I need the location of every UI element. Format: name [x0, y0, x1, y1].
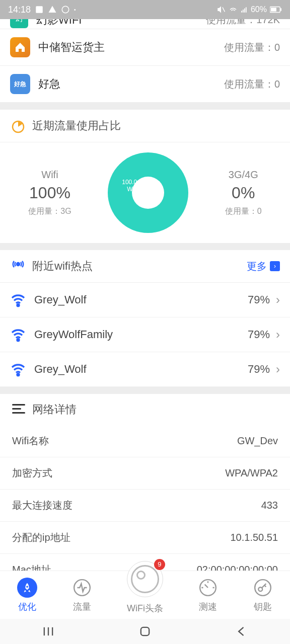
- home-button[interactable]: [138, 624, 152, 638]
- traffic-chart: Wifi 100% 使用量：3G 100.0 % WiFi 3G/4G 0% 使…: [0, 142, 290, 243]
- more-dot: •: [74, 7, 76, 13]
- svg-point-1: [62, 6, 69, 13]
- wifi-name: Grey_Wolf: [34, 363, 87, 376]
- app-name: 中储智运货主: [38, 40, 105, 55]
- sync-icon: [61, 5, 70, 14]
- status-time: 14:18: [8, 5, 31, 15]
- battery-pct: 60%: [251, 5, 267, 14]
- gauge-icon: [198, 578, 218, 598]
- wifi-stat: Wifi 100% 使用量：3G: [28, 169, 71, 217]
- svg-rect-3: [241, 11, 242, 13]
- chevron-right-icon: ›: [270, 261, 280, 271]
- system-nav: [0, 619, 290, 644]
- rocket-icon: [17, 578, 37, 598]
- svg-point-13: [17, 339, 19, 341]
- svg-line-2: [223, 8, 225, 12]
- svg-rect-8: [271, 8, 276, 11]
- wifi-icon: [10, 327, 26, 343]
- svg-rect-6: [246, 7, 247, 12]
- more-button[interactable]: 更多 ›: [247, 260, 280, 273]
- app-row-partial[interactable]: 幻 幻影WIFI 使用流量：172K: [0, 19, 290, 29]
- gallery-icon: [35, 5, 44, 14]
- svg-point-12: [17, 304, 19, 306]
- wifi-hotspot-row[interactable]: Grey_Wolf 79% ›: [0, 283, 290, 317]
- recent-apps-button[interactable]: [41, 624, 55, 638]
- svg-point-11: [17, 263, 20, 266]
- app-row[interactable]: 中储智运货主 使用流量：0: [0, 29, 290, 66]
- detail-row: 最大连接速度 433: [0, 490, 290, 522]
- svg-rect-4: [243, 10, 244, 13]
- nav-traffic[interactable]: 流量: [72, 578, 92, 613]
- chevron-right-icon: ›: [276, 328, 280, 342]
- wifi-hotspot-row[interactable]: Grey_Wolf 79% ›: [0, 352, 290, 387]
- detail-row: 加密方式 WPA/WPA2: [0, 457, 290, 490]
- svg-point-18: [258, 587, 262, 591]
- wifi-name: GreyWolfFamily: [34, 328, 113, 341]
- wifi-icon: [10, 292, 26, 308]
- app-icon: 幻: [10, 19, 28, 28]
- nav-wifi-news[interactable]: 9 WiFi头条: [127, 561, 163, 614]
- cell-stat: 3G/4G 0% 使用量：0: [225, 169, 262, 217]
- traffic-header: 近期流量使用占比: [0, 110, 290, 142]
- pie-icon: [10, 118, 26, 134]
- wifi-strength: 79%: [248, 293, 270, 306]
- mute-icon: [216, 5, 226, 14]
- section-title: 附近wifi热点: [32, 259, 93, 274]
- bottom-nav: 优化 流量 9 WiFi头条 测速 钥匙: [0, 571, 290, 619]
- antenna-icon: [10, 258, 26, 274]
- app-icon: [10, 37, 30, 57]
- badge: 9: [154, 559, 165, 570]
- nav-optimize[interactable]: 优化: [17, 578, 37, 613]
- svg-rect-0: [36, 6, 43, 13]
- app-usage: 使用流量：0: [224, 77, 280, 91]
- hotspots-header: 附近wifi热点 更多 ›: [0, 250, 290, 283]
- app-usage: 使用流量：0: [224, 41, 280, 54]
- key-icon: [253, 578, 273, 598]
- app-icon: 好急: [10, 74, 30, 94]
- svg-rect-5: [244, 9, 245, 13]
- app-usage: 使用流量：172K: [206, 19, 280, 27]
- status-bar: 14:18 • 60%: [0, 0, 290, 19]
- list-icon: [12, 404, 25, 415]
- chevron-right-icon: ›: [276, 293, 280, 307]
- svg-point-14: [17, 374, 19, 376]
- warning-icon: [48, 5, 57, 14]
- svg-rect-9: [280, 8, 281, 11]
- nav-speedtest[interactable]: 测速: [198, 578, 218, 613]
- network-details-header: 网络详情: [0, 394, 290, 425]
- back-button[interactable]: [235, 624, 249, 638]
- wifi-hotspot-row[interactable]: GreyWolfFamily 79% ›: [0, 317, 290, 352]
- app-name: 幻影WIFI: [36, 19, 82, 28]
- battery-icon: [270, 6, 282, 13]
- wifi-strength: 79%: [248, 363, 270, 376]
- wifi-icon: [10, 361, 26, 377]
- svg-rect-22: [141, 627, 149, 635]
- app-row[interactable]: 好急 好急 使用流量：0: [0, 66, 290, 103]
- section-title: 近期流量使用占比: [32, 118, 121, 133]
- chevron-right-icon: ›: [276, 362, 280, 376]
- donut-chart: 100.0 % WiFi: [108, 152, 188, 233]
- detail-row: Wifi名称 GW_Dev: [0, 425, 290, 457]
- detail-row: 分配的ip地址 10.1.50.51: [0, 522, 290, 554]
- wifi-status-icon: [229, 5, 238, 14]
- app-name: 好急: [38, 76, 60, 92]
- nav-key[interactable]: 钥匙: [253, 578, 273, 613]
- wifi-strength: 79%: [248, 328, 270, 341]
- pulse-icon: [72, 578, 92, 598]
- wifi-name: Grey_Wolf: [34, 293, 87, 306]
- signal-icon: [241, 5, 248, 14]
